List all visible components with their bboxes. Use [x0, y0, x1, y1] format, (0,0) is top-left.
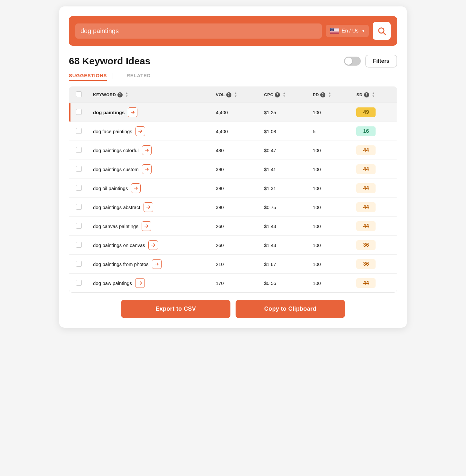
cell-check-3: [69, 160, 89, 179]
cell-pd-5: 100: [308, 198, 352, 217]
row-checkbox-1[interactable]: [76, 128, 82, 134]
th-pd-label: PD: [313, 92, 319, 97]
cell-vol-3: 390: [211, 160, 259, 179]
row-checkbox-6[interactable]: [76, 223, 82, 229]
cell-pd-6: 100: [308, 217, 352, 236]
cell-cpc-0: $1.25: [260, 103, 308, 122]
keyword-help-icon[interactable]: ?: [117, 92, 123, 97]
cell-check-6: [69, 217, 89, 236]
search-bar: ★★★★★ ★★★★ ★★★★★ ★★★★ En / Us ▾: [69, 16, 397, 46]
keyword-text-8: dog paintings from photos: [93, 261, 149, 267]
cell-vol-8: 210: [211, 255, 259, 274]
cell-pd-0: 100: [308, 103, 352, 122]
svg-line-27: [383, 32, 385, 34]
table-row: dog paintings abstract 390 $0.75 100 44: [69, 198, 397, 217]
cell-cpc-2: $0.47: [260, 141, 308, 160]
keyword-table: KEYWORD ? ▲▼ VOL ? ▲▼: [69, 87, 397, 292]
row-checkbox-5[interactable]: [76, 204, 82, 210]
row-checkbox-7[interactable]: [76, 242, 82, 248]
tab-related[interactable]: RELATED: [126, 71, 151, 81]
bottom-bar: Export to CSV Copy to Clipboard: [69, 300, 397, 318]
sd-badge-9: 44: [356, 278, 376, 288]
vol-help-icon[interactable]: ?: [226, 92, 231, 97]
cell-check-5: [69, 198, 89, 217]
sd-badge-0: 49: [356, 107, 376, 117]
sd-sort-icon[interactable]: ▲▼: [372, 92, 375, 98]
cpc-sort-icon[interactable]: ▲▼: [283, 92, 286, 98]
cell-pd-7: 100: [308, 236, 352, 255]
sd-help-icon[interactable]: ?: [364, 92, 369, 97]
table-row: dog paintings on canvas 260 $1.43 100 36: [69, 236, 397, 255]
row-checkbox-3[interactable]: [76, 166, 82, 172]
th-pd[interactable]: PD ? ▲▼: [308, 87, 352, 103]
table-row: dog face paintings 4,400 $1.08 5 16: [69, 122, 397, 141]
keyword-sort-icon[interactable]: ▲▼: [126, 92, 128, 98]
tab-suggestions[interactable]: SUGGESTIONS: [69, 71, 107, 81]
keyword-nav-btn-5[interactable]: [144, 202, 153, 212]
cell-sd-7: 36: [352, 236, 397, 255]
pd-help-icon[interactable]: ?: [320, 92, 325, 97]
cell-pd-3: 100: [308, 160, 352, 179]
cell-pd-9: 100: [308, 274, 352, 293]
filters-button[interactable]: Filters: [365, 55, 397, 68]
cell-keyword-6: dog canvas paintings: [89, 217, 211, 236]
keyword-text-5: dog paintings abstract: [93, 205, 140, 210]
table-row: dog paintings 4,400 $1.25 100 49: [69, 103, 397, 122]
select-all-checkbox[interactable]: [76, 91, 82, 97]
language-selector[interactable]: ★★★★★ ★★★★ ★★★★★ ★★★★ En / Us ▾: [326, 25, 369, 37]
row-checkbox-9[interactable]: [76, 280, 82, 286]
cpc-help-icon[interactable]: ?: [275, 92, 280, 97]
keyword-nav-btn-1[interactable]: [135, 126, 145, 136]
row-checkbox-0[interactable]: [76, 109, 82, 115]
cell-cpc-5: $0.75: [260, 198, 308, 217]
vol-sort-icon[interactable]: ▲▼: [234, 92, 237, 98]
sd-badge-2: 44: [356, 145, 376, 155]
cell-keyword-2: dog paintings colorful: [89, 141, 211, 160]
header-row: 68 Keyword Ideas Filters: [69, 55, 397, 68]
keyword-text-0: dog paintings: [93, 110, 125, 115]
export-csv-button[interactable]: Export to CSV: [121, 300, 230, 318]
cell-check-7: [69, 236, 89, 255]
cell-sd-5: 44: [352, 198, 397, 217]
tabs-row: SUGGESTIONS RELATED: [69, 71, 397, 81]
keyword-nav-btn-9[interactable]: [135, 278, 145, 288]
cell-check-9: [69, 274, 89, 293]
search-button[interactable]: [373, 22, 391, 40]
th-cpc[interactable]: CPC ? ▲▼: [260, 87, 308, 103]
cell-keyword-1: dog face paintings: [89, 122, 211, 141]
th-keyword[interactable]: KEYWORD ? ▲▼: [89, 87, 211, 103]
cell-sd-9: 44: [352, 274, 397, 293]
toggle-switch[interactable]: [344, 57, 361, 66]
row-checkbox-4[interactable]: [76, 185, 82, 191]
cell-cpc-4: $1.31: [260, 179, 308, 198]
table-row: dog paw paintings 170 $0.56 100 44: [69, 274, 397, 293]
sd-badge-7: 36: [356, 240, 376, 250]
cell-check-8: [69, 255, 89, 274]
th-vol[interactable]: VOL ? ▲▼: [211, 87, 259, 103]
svg-rect-6: [330, 33, 339, 33]
row-checkbox-8[interactable]: [76, 261, 82, 267]
cell-pd-2: 100: [308, 141, 352, 160]
sd-badge-5: 44: [356, 202, 376, 212]
keyword-nav-btn-8[interactable]: [152, 259, 162, 269]
search-input[interactable]: [75, 23, 322, 39]
cell-cpc-6: $1.43: [260, 217, 308, 236]
keyword-nav-btn-6[interactable]: [142, 221, 151, 231]
th-check: [69, 87, 89, 103]
keyword-nav-btn-2[interactable]: [142, 145, 152, 155]
cell-cpc-3: $1.41: [260, 160, 308, 179]
th-sd[interactable]: SD ? ▲▼: [352, 87, 397, 103]
cell-vol-4: 390: [211, 179, 259, 198]
cell-pd-8: 100: [308, 255, 352, 274]
keyword-nav-btn-4[interactable]: [131, 183, 141, 193]
keyword-nav-btn-0[interactable]: [128, 107, 137, 117]
cell-cpc-9: $0.56: [260, 274, 308, 293]
keyword-nav-btn-7[interactable]: [148, 240, 158, 250]
pd-sort-icon[interactable]: ▲▼: [328, 92, 331, 98]
page-title: 68 Keyword Ideas: [69, 56, 150, 67]
row-checkbox-2[interactable]: [76, 147, 82, 153]
keyword-table-wrap: KEYWORD ? ▲▼ VOL ? ▲▼: [69, 87, 397, 293]
keyword-nav-btn-3[interactable]: [142, 164, 152, 174]
cell-cpc-8: $1.67: [260, 255, 308, 274]
copy-clipboard-button[interactable]: Copy to Clipboard: [236, 300, 345, 318]
